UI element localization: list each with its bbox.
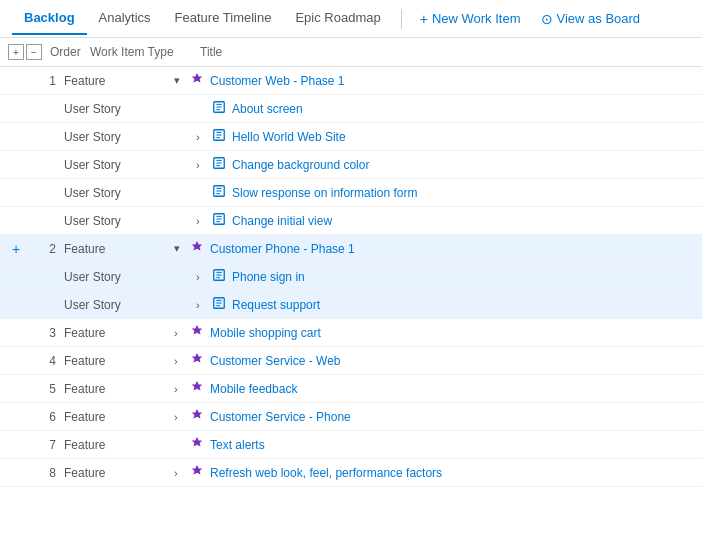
table-row[interactable]: 8Feature›Refresh web look, feel, perform…	[0, 459, 702, 487]
backlog-rows: 1Feature▾Customer Web - Phase 1User Stor…	[0, 67, 702, 487]
expand-chevron-icon[interactable]: ›	[174, 467, 186, 479]
row-work-item-type: User Story	[64, 214, 174, 228]
feature-icon	[190, 240, 204, 257]
row-title-area: ▾Customer Phone - Phase 1	[174, 240, 694, 257]
table-row[interactable]: User Story›Hello World Web Site	[0, 123, 702, 151]
row-title[interactable]: Customer Service - Phone	[210, 410, 351, 424]
row-title[interactable]: Text alerts	[210, 438, 265, 452]
row-title-area: ›Mobile feedback	[174, 380, 694, 397]
plus-icon: +	[420, 11, 428, 27]
expand-chevron-icon[interactable]: ▾	[174, 242, 186, 255]
row-order: 1	[24, 74, 64, 88]
feature-icon	[190, 352, 204, 369]
tab-analytics[interactable]: Analytics	[87, 2, 163, 35]
table-row[interactable]: User Story›Change background color	[0, 151, 702, 179]
row-title[interactable]: Customer Web - Phase 1	[210, 74, 345, 88]
feature-icon	[190, 464, 204, 481]
row-title-area: Slow response on information form	[174, 184, 694, 201]
row-title[interactable]: About screen	[232, 102, 303, 116]
table-row[interactable]: 5Feature›Mobile feedback	[0, 375, 702, 403]
row-order: 6	[24, 410, 64, 424]
expand-chevron-icon[interactable]: ›	[196, 159, 208, 171]
feature-icon	[190, 408, 204, 425]
story-icon	[212, 212, 226, 229]
row-order: 4	[24, 354, 64, 368]
expand-chevron-icon[interactable]: ▾	[174, 74, 186, 87]
table-row[interactable]: User StorySlow response on information f…	[0, 179, 702, 207]
table-row[interactable]: 1Feature▾Customer Web - Phase 1	[0, 67, 702, 95]
feature-icon	[190, 324, 204, 341]
row-title-area: Text alerts	[174, 436, 694, 453]
type-column-header: Work Item Type	[90, 45, 200, 59]
row-work-item-type: User Story	[64, 270, 174, 284]
expand-all-button[interactable]: +	[8, 44, 24, 60]
row-work-item-type: Feature	[64, 326, 174, 340]
table-row[interactable]: 4Feature›Customer Service - Web	[0, 347, 702, 375]
row-title[interactable]: Change background color	[232, 158, 369, 172]
row-work-item-type: Feature	[64, 466, 174, 480]
row-title[interactable]: Phone sign in	[232, 270, 305, 284]
tab-feature-timeline[interactable]: Feature Timeline	[163, 2, 284, 35]
row-title[interactable]: Change initial view	[232, 214, 332, 228]
row-title[interactable]: Request support	[232, 298, 320, 312]
expand-chevron-icon[interactable]: ›	[174, 355, 186, 367]
order-column-header: Order	[50, 45, 90, 59]
table-row[interactable]: User Story›Phone sign in	[0, 263, 702, 291]
collapse-all-button[interactable]: −	[26, 44, 42, 60]
row-order: 7	[24, 438, 64, 452]
story-icon	[212, 100, 226, 117]
table-row[interactable]: User Story›Request support	[0, 291, 702, 319]
board-icon: ⊙	[541, 11, 553, 27]
expand-collapse-buttons: + −	[8, 44, 42, 60]
row-work-item-type: Feature	[64, 382, 174, 396]
table-row[interactable]: 3Feature›Mobile shopping cart	[0, 319, 702, 347]
new-work-item-button[interactable]: + New Work Item	[410, 5, 531, 33]
row-order: 2	[24, 242, 64, 256]
row-title[interactable]: Customer Phone - Phase 1	[210, 242, 355, 256]
table-row[interactable]: User StoryAbout screen	[0, 95, 702, 123]
row-title[interactable]: Slow response on information form	[232, 186, 417, 200]
story-icon	[212, 156, 226, 173]
expand-chevron-icon[interactable]: ›	[174, 383, 186, 395]
column-headers: + − Order Work Item Type Title	[0, 38, 702, 67]
row-title[interactable]: Refresh web look, feel, performance fact…	[210, 466, 442, 480]
table-row[interactable]: +2Feature▾Customer Phone - Phase 1	[0, 235, 702, 263]
view-as-board-button[interactable]: ⊙ View as Board	[531, 5, 651, 33]
table-row[interactable]: User Story›Change initial view	[0, 207, 702, 235]
add-child-button[interactable]: +	[8, 241, 24, 257]
row-work-item-type: User Story	[64, 186, 174, 200]
expand-chevron-icon[interactable]: ›	[196, 215, 208, 227]
row-title[interactable]: Customer Service - Web	[210, 354, 340, 368]
row-work-item-type: User Story	[64, 102, 174, 116]
table-row[interactable]: 6Feature›Customer Service - Phone	[0, 403, 702, 431]
tab-epic-roadmap[interactable]: Epic Roadmap	[283, 2, 392, 35]
tab-backlog[interactable]: Backlog	[12, 2, 87, 35]
feature-icon	[190, 380, 204, 397]
feature-icon	[190, 72, 204, 89]
row-work-item-type: User Story	[64, 158, 174, 172]
story-icon	[212, 128, 226, 145]
story-icon	[212, 268, 226, 285]
row-work-item-type: Feature	[64, 438, 174, 452]
row-title-area: ▾Customer Web - Phase 1	[174, 72, 694, 89]
row-title-area: ›Change initial view	[174, 212, 694, 229]
expand-chevron-icon[interactable]: ›	[196, 299, 208, 311]
row-work-item-type: Feature	[64, 410, 174, 424]
expand-chevron-icon[interactable]: ›	[196, 271, 208, 283]
expand-chevron-icon[interactable]: ›	[174, 327, 186, 339]
row-work-item-type: User Story	[64, 298, 174, 312]
row-title[interactable]: Hello World Web Site	[232, 130, 346, 144]
row-title-area: ›Refresh web look, feel, performance fac…	[174, 464, 694, 481]
row-work-item-type: Feature	[64, 354, 174, 368]
row-order: 5	[24, 382, 64, 396]
row-title-area: ›Hello World Web Site	[174, 128, 694, 145]
new-work-item-label: New Work Item	[432, 11, 521, 26]
table-row[interactable]: 7FeatureText alerts	[0, 431, 702, 459]
expand-chevron-icon[interactable]: ›	[196, 131, 208, 143]
expand-chevron-icon[interactable]: ›	[174, 411, 186, 423]
row-title[interactable]: Mobile feedback	[210, 382, 297, 396]
row-title-area: ›Customer Service - Phone	[174, 408, 694, 425]
row-work-item-type: Feature	[64, 242, 174, 256]
top-navigation: Backlog Analytics Feature Timeline Epic …	[0, 0, 702, 38]
row-title[interactable]: Mobile shopping cart	[210, 326, 321, 340]
